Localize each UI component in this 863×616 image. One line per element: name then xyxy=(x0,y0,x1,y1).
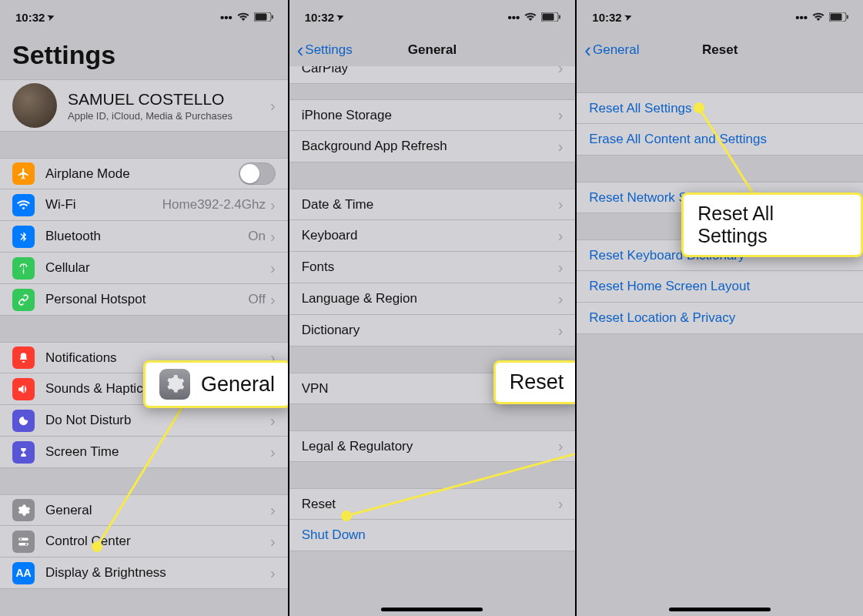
signal-icon: ••• xyxy=(508,11,520,24)
row-label: iPhone Storage xyxy=(302,108,558,123)
row-personal-hotspot[interactable]: Personal HotspotOff› xyxy=(0,284,288,316)
general-group: General›Control Center›AADisplay & Brigh… xyxy=(0,494,288,589)
location-icon: ➤ xyxy=(624,11,634,22)
row-value: On xyxy=(248,229,266,244)
chevron-right-icon: › xyxy=(270,533,276,551)
row-bluetooth[interactable]: BluetoothOn› xyxy=(0,221,288,253)
svg-rect-1 xyxy=(255,13,266,20)
row-label: Reset xyxy=(302,497,558,512)
wifi-icon xyxy=(812,11,825,24)
hourglass-icon xyxy=(12,441,35,464)
chevron-right-icon: › xyxy=(270,228,276,246)
chevron-left-icon: ‹ xyxy=(584,42,591,59)
row-display-brightness[interactable]: AADisplay & Brightness› xyxy=(0,557,288,589)
toggle[interactable] xyxy=(239,162,276,185)
row-label: Date & Time xyxy=(302,197,558,213)
chevron-right-icon: › xyxy=(270,196,276,214)
row-label: Background App Refresh xyxy=(302,139,558,154)
row-label: Dictionary xyxy=(302,323,558,338)
chevron-right-icon: › xyxy=(270,501,276,519)
switches-icon xyxy=(12,531,35,553)
chevron-right-icon: › xyxy=(558,66,564,77)
profile-sub: Apple ID, iCloud, Media & Purchases xyxy=(68,110,270,122)
row-label: Personal Hotspot xyxy=(45,292,249,307)
row-value: Home392-2.4Ghz xyxy=(162,197,266,213)
home-indicator[interactable] xyxy=(381,608,483,611)
status-time: 10:32 xyxy=(592,11,621,24)
row-erase-all-content-and-settings[interactable]: Erase All Content and Settings xyxy=(577,124,863,156)
nav-bar: ‹ General Reset xyxy=(577,34,863,66)
page-title: Settings xyxy=(0,34,288,79)
callout-reset: Reset xyxy=(493,360,576,404)
row-reset-home-screen-layout[interactable]: Reset Home Screen Layout xyxy=(577,271,863,303)
row-keyboard[interactable]: Keyboard› xyxy=(289,220,576,252)
chevron-right-icon: › xyxy=(558,106,564,124)
chevron-right-icon: › xyxy=(558,259,564,276)
avatar xyxy=(12,83,57,128)
back-button[interactable]: ‹ Settings xyxy=(297,42,353,59)
row-label: Display & Brightness xyxy=(45,565,270,581)
row-carplay[interactable]: CarPlay› xyxy=(289,66,576,84)
gear-icon xyxy=(12,499,35,521)
row-cellular[interactable]: Cellular› xyxy=(0,253,288,284)
row-general[interactable]: General› xyxy=(0,494,288,526)
signal-icon: ••• xyxy=(220,11,232,24)
row-iphone-storage[interactable]: iPhone Storage› xyxy=(289,99,576,131)
row-dictionary[interactable]: Dictionary› xyxy=(289,315,576,346)
row-reset[interactable]: Reset› xyxy=(289,488,576,520)
row-label: Screen Time xyxy=(45,444,270,460)
gear-icon xyxy=(159,369,190,400)
phone-settings: 10:32 ➤ ••• Settings SAMUEL COSTELLO App… xyxy=(0,0,288,616)
svg-point-6 xyxy=(25,543,28,545)
row-background-app-refresh[interactable]: Background App Refresh› xyxy=(289,131,576,162)
airplane-icon xyxy=(12,162,35,185)
row-do-not-disturb[interactable]: Do Not Disturb› xyxy=(0,405,288,437)
svg-point-5 xyxy=(20,538,22,541)
location-icon: ➤ xyxy=(46,11,56,22)
row-airplane-mode[interactable]: Airplane Mode xyxy=(0,158,288,189)
profile-row[interactable]: SAMUEL COSTELLO Apple ID, iCloud, Media … xyxy=(0,79,288,132)
row-label: Wi-Fi xyxy=(45,197,162,213)
battery-icon xyxy=(541,11,561,24)
row-label: Reset Home Screen Layout xyxy=(589,279,851,294)
profile-name: SAMUEL COSTELLO xyxy=(68,90,270,109)
row-label: Language & Region xyxy=(302,291,558,306)
row-reset-all-settings[interactable]: Reset All Settings xyxy=(577,92,863,124)
row-label: Reset All Settings xyxy=(589,101,851,116)
chevron-right-icon: › xyxy=(558,138,564,156)
svg-rect-2 xyxy=(272,15,273,18)
bell-icon xyxy=(12,346,35,369)
chevron-right-icon: › xyxy=(270,412,276,430)
chevron-right-icon: › xyxy=(270,564,276,582)
chevron-right-icon: › xyxy=(558,196,564,213)
marker-reset xyxy=(341,511,352,521)
row-label: Legal & Regulatory xyxy=(302,439,558,454)
signal-icon: ••• xyxy=(795,11,808,24)
speaker-icon xyxy=(12,378,35,400)
row-control-center[interactable]: Control Center› xyxy=(0,526,288,557)
chevron-right-icon: › xyxy=(270,259,276,277)
chevron-right-icon: › xyxy=(558,495,564,513)
chevron-right-icon: › xyxy=(558,290,564,308)
row-date-time[interactable]: Date & Time› xyxy=(289,189,576,220)
chevron-right-icon: › xyxy=(270,291,276,309)
status-time: 10:32 xyxy=(305,11,334,24)
location-icon: ➤ xyxy=(336,11,346,22)
row-label: Control Center xyxy=(45,534,270,549)
row-reset-location-privacy[interactable]: Reset Location & Privacy xyxy=(577,303,863,334)
row-label: Do Not Disturb xyxy=(45,413,270,428)
home-indicator[interactable] xyxy=(669,608,771,611)
row-value: Off xyxy=(249,292,266,307)
chevron-right-icon: › xyxy=(558,437,564,455)
back-button[interactable]: ‹ General xyxy=(584,42,639,59)
row-wi-fi[interactable]: Wi-FiHome392-2.4Ghz› xyxy=(0,189,288,221)
row-label: Airplane Mode xyxy=(45,166,239,182)
callout-general: General xyxy=(143,360,288,408)
row-fonts[interactable]: Fonts› xyxy=(289,252,576,283)
aa-icon: AA xyxy=(12,562,35,584)
connectivity-group: Airplane ModeWi-FiHome392-2.4Ghz›Bluetoo… xyxy=(0,158,288,316)
row-language-region[interactable]: Language & Region› xyxy=(289,283,576,315)
row-screen-time[interactable]: Screen Time› xyxy=(0,437,288,468)
row-legal-regulatory[interactable]: Legal & Regulatory› xyxy=(289,430,576,462)
row-shut-down[interactable]: Shut Down xyxy=(289,520,576,551)
